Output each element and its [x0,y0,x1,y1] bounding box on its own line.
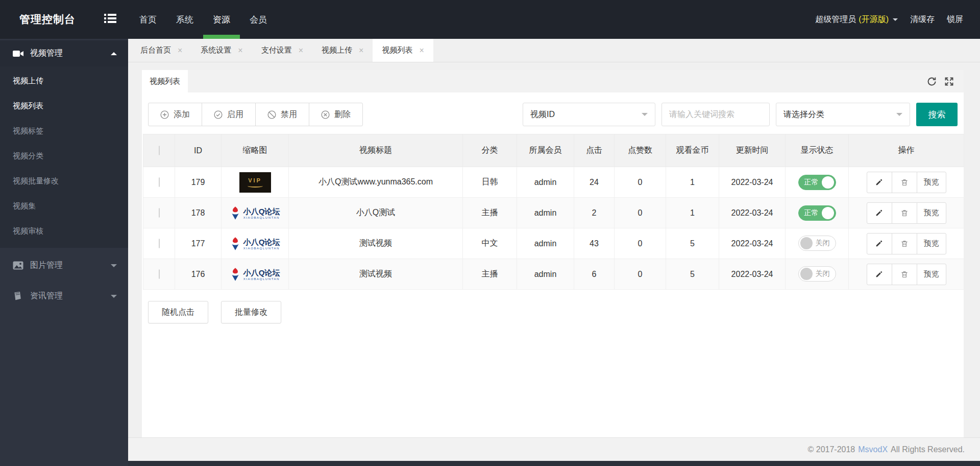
sidebar-section-news-header[interactable]: 资讯管理 [0,283,128,309]
status-toggle-on[interactable]: 正常 [798,175,836,190]
page-tab-system-settings[interactable]: 系统设置× [191,39,252,62]
category-select[interactable]: 请选择分类 [776,103,910,126]
close-icon[interactable]: × [299,46,303,55]
close-icon[interactable]: × [419,46,424,55]
panel-tab-video-list[interactable]: 视频列表 [142,70,188,92]
delete-row-button[interactable] [892,172,917,193]
page-tab-video-list[interactable]: 视频列表× [373,39,433,62]
edit-button[interactable] [867,264,892,285]
user-menu[interactable]: 超级管理员 (开源版) [815,14,898,25]
sidebar-item-video-categories[interactable]: 视频分类 [0,144,128,169]
search-button[interactable]: 搜索 [916,103,958,126]
cell-title: 小八Q测试 [289,198,463,228]
top-nav-label: 首页 [139,14,157,26]
select-all-checkbox[interactable] [159,146,160,155]
row-checkbox[interactable] [159,239,160,248]
edit-button[interactable] [867,233,892,254]
row-checkbox[interactable] [159,269,160,279]
col-likes: 点赞数 [615,134,666,167]
cell-id: 178 [175,198,222,228]
sidebar-toggle-button[interactable] [99,0,130,39]
footer: © 2017-2018 MsvodX All Rights Reserved. [128,437,980,461]
top-nav-home[interactable]: 首页 [130,0,166,39]
fullscreen-icon[interactable] [944,76,954,87]
top-nav: 首页 系统 资源 会员 [130,0,277,39]
logo-name: 小八Q论坛 [243,268,280,277]
row-checkbox[interactable] [159,177,160,187]
refresh-icon[interactable] [926,76,937,87]
preview-button[interactable]: 预览 [917,233,946,254]
cell-coins: 1 [666,198,719,228]
cell-id: 179 [175,167,222,198]
top-nav-system[interactable]: 系统 [166,0,203,39]
page-tab-payment-settings[interactable]: 支付设置× [252,39,312,62]
cell-title: 测试视频 [289,228,463,259]
table-footer-buttons: 随机点击 批量修改 [148,301,964,334]
status-label: 关闭 [816,239,830,248]
video-table: ID 缩略图 视频标题 分类 所属会员 点击 点赞数 观看金币 更新时间 显 [143,134,964,290]
add-button[interactable]: 添加 [148,103,202,126]
sidebar-section-images-header[interactable]: 图片管理 [0,252,128,278]
cell-clicks: 6 [574,259,615,290]
col-id: ID [175,134,222,167]
video-thumbnail-vip[interactable]: VIP [239,172,271,193]
close-icon[interactable]: × [238,46,242,55]
status-toggle-off[interactable]: 关闭 [798,236,836,251]
preview-button[interactable]: 预览 [917,172,946,193]
filter-field-select[interactable]: 视频ID [523,103,655,126]
brand-link[interactable]: MsvodX [858,445,888,454]
keyword-search-input[interactable] [662,103,770,126]
cell-category: 中文 [463,228,517,259]
sidebar-item-video-tags[interactable]: 视频标签 [0,119,128,144]
disable-button[interactable]: 禁用 [255,103,309,126]
page-tab-video-upload[interactable]: 视频上传× [312,39,373,62]
close-icon[interactable]: × [359,46,363,55]
clear-cache-button[interactable]: 清缓存 [910,14,935,25]
sidebar-item-video-list[interactable]: 视频列表 [0,94,128,119]
preview-button[interactable]: 预览 [917,202,946,224]
sidebar-item-video-collections[interactable]: 视频集 [0,194,128,219]
sidebar-item-video-batch-edit[interactable]: 视频批量修改 [0,169,128,194]
random-clicks-button[interactable]: 随机点击 [148,301,208,323]
delete-button[interactable]: 删除 [309,103,363,126]
edit-button[interactable] [867,172,892,193]
sidebar-item-video-upload[interactable]: 视频上传 [0,68,128,94]
lock-screen-button[interactable]: 锁屏 [947,14,963,25]
cell-clicks: 2 [574,198,615,228]
toggle-knob [822,176,834,189]
chevron-down-icon [893,18,898,24]
tab-label: 支付设置 [261,45,292,55]
page-tab-dashboard[interactable]: 后台首页× [131,39,191,62]
chevron-down-icon [111,264,117,270]
status-toggle-on[interactable]: 正常 [798,205,836,221]
chevron-down-icon [111,295,117,301]
delete-row-button[interactable] [892,202,917,224]
sidebar-section-video-header[interactable]: 视频管理 [0,40,128,66]
trash-icon [900,209,909,217]
sidebar-section-images: 图片管理 [0,252,128,278]
top-nav-members[interactable]: 会员 [240,0,277,39]
sidebar-item-video-review[interactable]: 视频审核 [0,219,128,244]
sidebar-section-news: 资讯管理 [0,283,128,309]
status-toggle-off[interactable]: 关闭 [798,266,836,282]
preview-button[interactable]: 预览 [917,264,946,285]
top-nav-resources[interactable]: 资源 [203,0,240,39]
delete-row-button[interactable] [892,233,917,254]
col-member: 所属会员 [517,134,574,167]
video-thumbnail-logo[interactable]: 小八Q论坛 XIAOBAQLUNTAN [224,206,286,220]
batch-edit-button[interactable]: 批量修改 [221,301,281,323]
disable-button-label: 禁用 [281,109,297,120]
filter-field-value: 视频ID [530,109,555,120]
sidebar-item-label: 视频集 [13,201,36,211]
cell-coins: 1 [666,167,719,198]
header-checkbox-cell [143,134,175,167]
enable-button[interactable]: 启用 [202,103,256,126]
cell-clicks: 24 [574,167,615,198]
close-icon[interactable]: × [178,46,182,55]
video-thumbnail-logo[interactable]: 小八Q论坛 XIAOBAQLUNTAN [224,267,286,282]
row-checkbox[interactable] [159,208,160,218]
video-list-panel: 视频列表 [142,70,964,437]
video-thumbnail-logo[interactable]: 小八Q论坛 XIAOBAQLUNTAN [224,237,286,251]
edit-button[interactable] [867,202,892,224]
delete-row-button[interactable] [892,264,917,285]
